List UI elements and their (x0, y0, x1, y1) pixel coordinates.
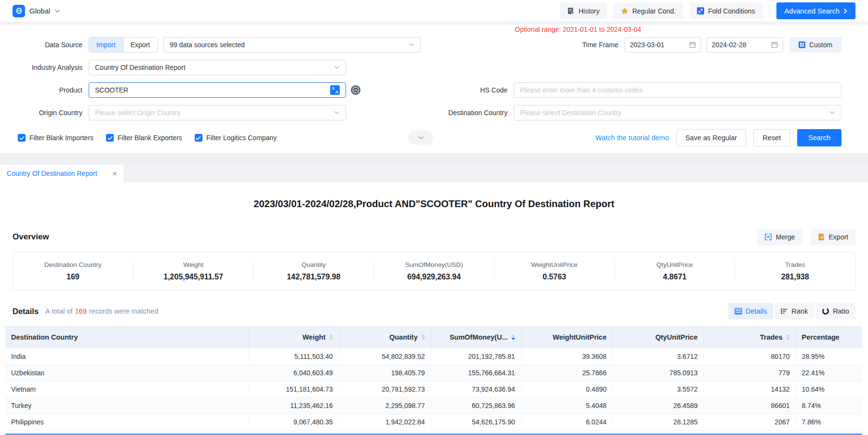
origin-country-placeholder: Please select Origin Country (95, 109, 334, 117)
table-cell: Turkey (5, 397, 248, 414)
regular-cond-button[interactable]: Regular Cond. (614, 3, 683, 19)
col-sum-of-money[interactable]: SumOfMoney(U... (431, 326, 521, 348)
view-rank-button[interactable]: Rank (775, 303, 814, 319)
view-ratio-button[interactable]: Ratio (815, 303, 855, 319)
table-cell: 2,295,098.77 (339, 397, 431, 414)
table-cell: 54,802,839.52 (339, 348, 431, 365)
checkbox-label: Filter Logitics Company (206, 134, 277, 142)
top-bar: Global History Regular Cond. Fold Condit… (0, 0, 868, 22)
table-cell: 39.3608 (521, 348, 613, 365)
stat-value: 4.8671 (618, 273, 732, 281)
stat-label: Destination Country (16, 261, 130, 268)
checkbox-label: Filter Blank Exporters (118, 134, 182, 142)
origin-country-select[interactable]: Please select Origin Country (89, 105, 346, 120)
table-cell: 22.41% (796, 365, 862, 381)
view-rank-label: Rank (791, 307, 808, 315)
destination-country-group: Destination Country Please select Destin… (448, 105, 841, 120)
custom-range-button[interactable]: Custom (789, 37, 841, 53)
close-icon[interactable]: × (112, 170, 117, 178)
hs-code-label: HS Code (480, 86, 514, 94)
destination-country-select[interactable]: Please select Destination Country (514, 105, 841, 120)
chevron-down-icon (409, 43, 414, 47)
table-row[interactable]: Turkey11,235,462.162,295,098.7760,725,86… (5, 397, 862, 414)
table-row[interactable]: Philippines9,067,480.351,942,022.8454,62… (5, 414, 862, 430)
merge-button[interactable]: Merge (757, 229, 802, 245)
data-sources-select[interactable]: 99 data sources selected (163, 37, 421, 53)
view-details-button[interactable]: Details (728, 303, 773, 319)
view-toggle: Details Rank Ratio (728, 303, 855, 319)
save-as-regular-button[interactable]: Save as Regular (676, 129, 746, 146)
data-source-toggle: Import Export (89, 37, 158, 53)
page-gap (0, 153, 868, 165)
stat-value: 142,781,579.98 (256, 273, 371, 281)
tutorial-link[interactable]: Watch the tutorial demo (595, 134, 669, 142)
details-table: Destination Country Weight Quantity SumO… (5, 326, 862, 431)
date-start-input[interactable]: 2023-03-01 (625, 37, 701, 53)
sort-icon-active-desc[interactable] (511, 334, 515, 340)
chevron-right-icon (843, 8, 847, 14)
view-ratio-label: Ratio (833, 307, 849, 315)
fold-conditions-label: Fold Conditions (708, 7, 755, 15)
col-weight[interactable]: Weight (248, 326, 339, 348)
history-button[interactable]: History (560, 3, 607, 19)
collapse-form-button[interactable] (408, 131, 433, 145)
advanced-search-label: Advanced Search (785, 7, 840, 15)
stat-weight-unit-price: WeightUnitPrice 0.5763 (494, 260, 615, 283)
stat-label: WeightUnitPrice (497, 261, 612, 268)
sort-icon[interactable] (329, 334, 333, 340)
table-cell: 155,766,664.31 (431, 365, 521, 381)
table-cell: 86601 (704, 397, 796, 414)
stat-label: QtyUnitPrice (618, 261, 732, 268)
table-cell: 151,181,604.73 (248, 381, 339, 397)
table-cell: 9,067,480.35 (248, 414, 339, 430)
table-cell: 8.74% (796, 397, 862, 414)
chevron-down-icon (418, 136, 424, 140)
filter-logitics-company-checkbox[interactable]: Filter Logitics Company (195, 134, 277, 142)
table-cell: 3.6712 (613, 348, 704, 365)
table-cell: 779 (704, 365, 796, 381)
export-button[interactable]: Export (811, 229, 855, 245)
product-input[interactable]: SCOOTER A (89, 82, 346, 98)
form-row-product: Product SCOOTER A HS Code Please enter m… (0, 82, 841, 98)
search-button[interactable]: Search (797, 129, 841, 146)
table-row[interactable]: India5,111,503.4054,802,839.52201,192,78… (5, 348, 862, 365)
time-frame-label: Time Frame (582, 41, 625, 49)
details-heading: Details (13, 307, 39, 316)
industry-analysis-value: Country Of Destination Report (95, 64, 334, 71)
import-toggle[interactable]: Import (89, 38, 123, 52)
sort-icon[interactable] (421, 334, 425, 340)
col-quantity[interactable]: Quantity (339, 326, 431, 348)
date-start-value: 2023-03-01 (630, 41, 665, 49)
advanced-search-button[interactable]: Advanced Search (776, 2, 855, 19)
table-row[interactable]: Uzbekistan6,040,603.49198,405.79155,766,… (5, 365, 862, 381)
region-select[interactable]: Global (13, 5, 60, 17)
checkbox-label: Filter Blank Importers (29, 134, 93, 142)
fold-conditions-button[interactable]: Fold Conditions (690, 3, 762, 19)
merge-icon (764, 233, 772, 241)
calendar-icon (771, 41, 778, 48)
reset-button[interactable]: Reset (753, 129, 790, 146)
tab-country-of-destination-report[interactable]: Country Of Destination Report × (0, 165, 124, 182)
chevron-down-icon (334, 66, 340, 69)
stat-label: Weight (136, 261, 251, 268)
col-qty-unit-price: QtyUnitPrice (613, 326, 704, 348)
date-end-input[interactable]: 2024-02-28 (707, 37, 783, 53)
sort-icon[interactable] (786, 334, 790, 340)
table-cell: Philippines (5, 414, 248, 430)
tab-label: Country Of Destination Report (7, 170, 112, 177)
table-cell: 5.4048 (521, 397, 613, 414)
filter-blank-exporters-checkbox[interactable]: Filter Blank Exporters (106, 134, 182, 142)
translate-icon[interactable]: A (330, 85, 340, 95)
data-sources-value: 99 data sources selected (170, 41, 409, 49)
stat-label: Trades (738, 261, 852, 268)
table-row[interactable]: Vietnam151,181,604.7320,781,592.7373,924… (5, 381, 862, 397)
hs-code-input[interactable]: Please enter more than 4 customs codes (514, 82, 841, 98)
filter-blank-importers-checkbox[interactable]: Filter Blank Importers (18, 134, 93, 142)
export-toggle[interactable]: Export (123, 38, 157, 52)
history-label: History (578, 7, 600, 15)
industry-analysis-select[interactable]: Country Of Destination Report (89, 60, 346, 75)
overview-actions: Merge Export (757, 229, 855, 245)
exact-match-icon[interactable] (350, 85, 361, 95)
table-cell: 25.7866 (521, 365, 613, 381)
col-trades[interactable]: Trades (704, 326, 796, 348)
